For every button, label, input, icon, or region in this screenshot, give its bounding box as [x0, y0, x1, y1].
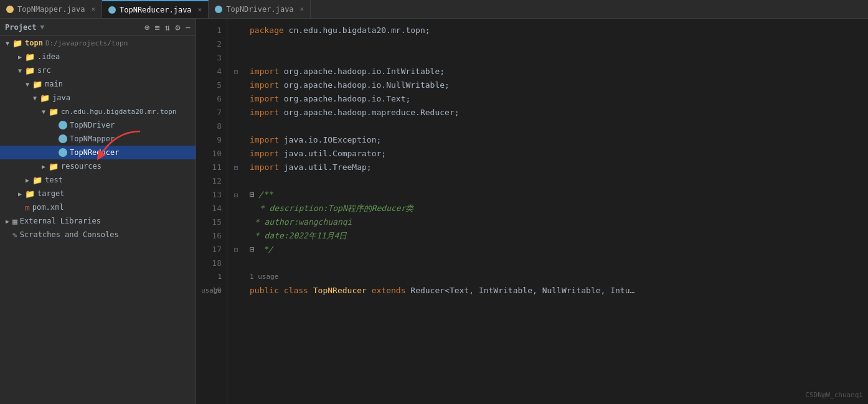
watermark: CSDN@W_chuanqi	[805, 391, 863, 399]
folder-icon-java: 📁	[40, 93, 50, 103]
arrow-src: ▼	[15, 67, 25, 74]
label-resources: resources	[61, 162, 101, 171]
label-target: target	[37, 189, 64, 198]
sidebar-sort-icon[interactable]: ⇅	[165, 22, 170, 32]
gutter-12	[230, 174, 242, 188]
arrow-resources: ▶	[39, 163, 49, 170]
ln-13: 13	[196, 188, 222, 202]
code-line-14: * description:TopN程序的Reducer类	[250, 202, 868, 215]
file-icon-reducer	[59, 148, 67, 157]
tree-item-target[interactable]: ▶ 📁 target	[0, 187, 196, 200]
folder-icon-main: 📁	[32, 80, 42, 89]
label-scratches: Scratches and Consoles	[20, 230, 119, 239]
sidebar-header: Project ▼ ⊕ ≡ ⇅ ⚙ −	[0, 19, 196, 36]
tree-item-scratches[interactable]: ▶ ✎ Scratches and Consoles	[0, 228, 196, 242]
tab-reducer-close[interactable]: ✕	[198, 6, 202, 14]
arrow-package: ▼	[39, 108, 49, 115]
gutter-16	[230, 229, 242, 243]
code-line-19-usage: 1 usage	[250, 270, 868, 284]
gutter-fold-11[interactable]: ⊟	[230, 161, 242, 174]
label-mapper: TopNMapper	[70, 134, 115, 143]
ln-11: 11	[196, 161, 222, 174]
reducer-file-icon	[108, 6, 116, 14]
tree-item-resources[interactable]: ▶ 📁 resources	[0, 159, 196, 173]
code-line-4: import org.apache.hadoop.io.IntWritable;	[250, 65, 868, 78]
ln-14: 14	[196, 202, 222, 215]
tree-item-driver[interactable]: ▶ TopNDriver	[0, 118, 196, 132]
tree-item-src[interactable]: ▼ 📁 src	[0, 63, 196, 77]
code-line-3	[250, 51, 868, 65]
tree-item-idea[interactable]: ▶ 📁 .idea	[0, 50, 196, 63]
code-line-6: import org.apache.hadoop.io.Text;	[250, 92, 868, 106]
code-line-12	[250, 174, 868, 188]
gutter-10	[230, 147, 242, 161]
label-idea: .idea	[37, 52, 60, 61]
gutter-3	[230, 51, 242, 65]
ext-libs-icon: ▦	[12, 217, 17, 226]
arrow-test: ▶	[22, 177, 32, 184]
file-icon-driver	[59, 121, 67, 129]
tab-mapper-label: TopNMapper.java	[17, 5, 85, 14]
tab-driver-label: TopNDriver.java	[226, 5, 293, 14]
sidebar-list-icon[interactable]: ≡	[154, 22, 159, 32]
code-line-5: import org.apache.hadoop.io.NullWritable…	[250, 78, 868, 92]
tab-reducer[interactable]: TopNReducer.java ✕	[102, 0, 209, 18]
tree-item-reducer[interactable]: ▶ TopNReducer	[0, 146, 196, 159]
ln-18: 18	[196, 256, 222, 270]
tab-mapper-close[interactable]: ✕	[91, 5, 95, 13]
ln-3: 3	[196, 51, 222, 65]
ln-4: 4	[196, 65, 222, 78]
gutter-1	[230, 24, 242, 37]
tab-driver-close[interactable]: ✕	[300, 5, 304, 13]
folder-icon-package: 📁	[49, 107, 59, 116]
folder-icon-target: 📁	[25, 189, 35, 199]
tree-item-mapper[interactable]: ▶ TopNMapper	[0, 132, 196, 146]
code-line-13: ⊟/**	[250, 188, 868, 202]
code-line-15: * author:wangchuanqi	[250, 215, 868, 229]
ln-12: 12	[196, 174, 222, 188]
gutter-fold-13[interactable]: ⊟	[230, 188, 242, 202]
tab-mapper[interactable]: TopNMapper.java ✕	[0, 0, 102, 18]
tree-item-java[interactable]: ▼ 📁 java	[0, 91, 196, 105]
ln-7: 7	[196, 106, 222, 120]
code-line-8	[250, 120, 868, 133]
tab-reducer-label: TopNReducer.java	[120, 6, 192, 14]
tree-item-package[interactable]: ▼ 📁 cn.edu.hgu.bigdata20.mr.topn	[0, 105, 196, 118]
arrow-topn: ▼	[2, 40, 12, 47]
tree-item-topn[interactable]: ▼ 📁 topn D:/javaprojects/topn	[0, 36, 196, 50]
gutter-15	[230, 215, 242, 229]
gutter-19	[230, 270, 242, 284]
gutter-18	[230, 256, 242, 270]
ln-8: 8	[196, 120, 222, 133]
sidebar-settings-icon[interactable]: ⚙	[175, 22, 180, 32]
arrow-idea: ▶	[15, 54, 25, 60]
code-line-10: import java.util.Comparator;	[250, 147, 868, 161]
tab-driver[interactable]: TopNDriver.java ✕	[209, 0, 311, 18]
arrow-ext-libs: ▶	[2, 218, 12, 225]
sidebar-collapse-icon[interactable]: −	[186, 22, 191, 32]
gutter-fold-17[interactable]: ⊟	[230, 243, 242, 256]
code-editor[interactable]: package cn.edu.hgu.bigdata20.mr.topn; im…	[245, 19, 868, 404]
ln-19: 1 usage	[196, 270, 222, 284]
tree-item-main[interactable]: ▼ 📁 main	[0, 77, 196, 91]
sidebar-toolbar: ⊕ ≡ ⇅ ⚙ −	[144, 22, 191, 32]
tree-item-ext-libs[interactable]: ▶ ▦ External Libraries	[0, 214, 196, 228]
label-java: java	[52, 93, 70, 102]
folder-icon-src: 📁	[25, 66, 35, 75]
ln-5: 5	[196, 78, 222, 92]
tree-item-pom[interactable]: ▶ m pom.xml	[0, 200, 196, 214]
gutter-9	[230, 133, 242, 147]
arrow-java: ▼	[30, 95, 40, 101]
tree-item-test[interactable]: ▶ 📁 test	[0, 173, 196, 187]
file-icon-pom: m	[25, 203, 30, 212]
label-src: src	[37, 66, 51, 75]
line-numbers: 1 2 3 4 5 6 7 8 9 10 11 12 13 14 15 16 1…	[196, 19, 227, 404]
code-line-17: ⊟ */	[250, 243, 868, 256]
code-line-19: public class TopNReducer extends Reducer…	[250, 284, 868, 298]
gutter-7	[230, 106, 242, 120]
sidebar-add-icon[interactable]: ⊕	[144, 22, 149, 32]
code-line-11: import java.util.TreeMap;	[250, 161, 868, 174]
gutter-fold-4[interactable]: ⊟	[230, 65, 242, 78]
tab-bar: TopNMapper.java ✕ TopNReducer.java ✕ Top…	[0, 0, 868, 19]
gutter-2	[230, 37, 242, 51]
